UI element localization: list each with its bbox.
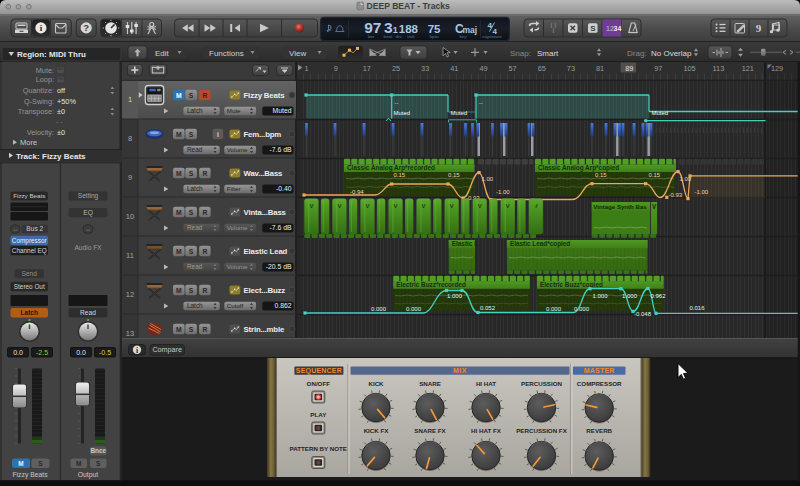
svg-text:beat: beat (384, 34, 393, 39)
svg-text:V: V (450, 203, 454, 209)
svg-text:1: 1 (305, 64, 309, 73)
svg-text:10: 10 (126, 212, 134, 221)
svg-text:Channel EQ: Channel EQ (12, 247, 47, 255)
svg-text:0.0: 0.0 (13, 349, 23, 356)
svg-text:S: S (189, 209, 194, 216)
svg-text:S: S (189, 170, 194, 177)
svg-text:--: -- (479, 100, 483, 106)
svg-text:i: i (217, 131, 219, 138)
svg-text:Read: Read (187, 146, 203, 153)
svg-text:Snap:: Snap: (510, 49, 531, 58)
svg-text:0.15: 0.15 (595, 172, 607, 178)
svg-text:Electric Buzz*copied: Electric Buzz*copied (540, 281, 603, 289)
svg-text:Stereo Out: Stereo Out (14, 283, 45, 290)
svg-text:Elastic Lead*copied: Elastic Lead*copied (510, 240, 570, 248)
svg-text:Volume: Volume (227, 263, 248, 270)
svg-text:--: -- (395, 100, 399, 106)
svg-text:S: S (189, 326, 194, 333)
svg-text:DEEP BEAT - Tracks: DEEP BEAT - Tracks (367, 1, 450, 11)
svg-text:9: 9 (756, 22, 762, 34)
svg-text:V: V (365, 203, 369, 209)
svg-text:0.016: 0.016 (690, 305, 706, 311)
svg-text:Wav...Bass: Wav...Bass (244, 169, 284, 178)
svg-text:Edit: Edit (155, 49, 170, 58)
svg-text:bar: bar (368, 34, 375, 39)
svg-text:0.15: 0.15 (448, 172, 460, 178)
svg-text:Vintage Synth Bas: Vintage Synth Bas (593, 203, 647, 210)
svg-text:1.00: 1.00 (680, 176, 692, 182)
svg-text:0.0: 0.0 (76, 349, 86, 356)
svg-text:Classic Analog Arp*copied: Classic Analog Arp*copied (538, 164, 619, 172)
svg-text:V: V (337, 203, 341, 209)
svg-text:0.052: 0.052 (480, 305, 496, 311)
svg-text:M: M (76, 460, 81, 467)
svg-text:129: 129 (771, 64, 783, 73)
svg-text:0.000: 0.000 (574, 306, 590, 312)
svg-text:-7.6 dB: -7.6 dB (270, 146, 292, 153)
svg-text:Output: Output (78, 471, 99, 479)
svg-text:Track:: Track: (16, 152, 40, 161)
svg-text:±0: ±0 (57, 107, 65, 116)
svg-text:Elect...Buzz: Elect...Buzz (244, 286, 286, 295)
svg-text:Setting: Setting (78, 192, 99, 200)
svg-text:R: R (202, 209, 207, 216)
svg-text:?: ? (83, 22, 89, 33)
svg-text:65: 65 (538, 64, 546, 73)
svg-text:- -: - - (56, 118, 63, 125)
svg-text:R: R (202, 170, 207, 177)
svg-text:M: M (176, 131, 182, 138)
svg-text:17: 17 (363, 64, 371, 73)
svg-text:More: More (20, 138, 37, 147)
svg-text:M: M (176, 248, 182, 255)
svg-text:0.862: 0.862 (274, 302, 291, 309)
svg-text:0.000: 0.000 (546, 306, 562, 312)
svg-text:ON/OFF: ON/OFF (307, 380, 331, 387)
svg-text:Audio FX: Audio FX (74, 244, 102, 251)
svg-text:Fizzy Beats: Fizzy Beats (244, 91, 286, 100)
svg-text:M: M (176, 92, 182, 99)
svg-text:PERCUSSION FX: PERCUSSION FX (516, 427, 567, 434)
svg-text:0.962: 0.962 (651, 293, 667, 299)
svg-text:PERCUSSION: PERCUSSION (521, 380, 562, 387)
svg-text:Fem...bpm: Fem...bpm (244, 130, 282, 139)
svg-text:Read: Read (187, 263, 203, 270)
svg-text:S: S (189, 92, 194, 99)
svg-text:-0.40: -0.40 (276, 185, 292, 192)
svg-text:Bus 2: Bus 2 (26, 225, 43, 232)
svg-text:34: 34 (614, 25, 622, 32)
svg-text:COMPRESSOR: COMPRESSOR (577, 380, 622, 387)
svg-text:bpm: bpm (429, 34, 438, 39)
svg-text:-2.5: -2.5 (36, 349, 48, 356)
svg-text:Volume: Volume (227, 146, 248, 153)
svg-text:9: 9 (334, 64, 338, 73)
svg-text:9: 9 (128, 173, 132, 182)
svg-text:73: 73 (567, 64, 575, 73)
svg-text:V: V (422, 203, 426, 209)
svg-text:M: M (176, 287, 182, 294)
svg-text:Mute:: Mute: (36, 66, 54, 75)
svg-text:Elastic Lead: Elastic Lead (244, 247, 288, 256)
svg-text:off: off (57, 86, 66, 95)
svg-text:Send: Send (22, 270, 38, 277)
svg-text:S: S (590, 24, 596, 33)
svg-text:Volume: Volume (227, 224, 248, 231)
svg-text:Muted: Muted (273, 107, 292, 114)
svg-text:S: S (96, 460, 101, 467)
svg-text:maj: maj (463, 25, 478, 35)
svg-text:V: V (478, 203, 482, 209)
svg-text:V: V (506, 203, 510, 209)
svg-text:M: M (18, 460, 23, 467)
svg-text:Latch: Latch (20, 309, 38, 316)
svg-text:SNARE: SNARE (419, 380, 441, 387)
svg-text:1.000: 1.000 (593, 293, 609, 299)
svg-text:Read: Read (80, 309, 96, 316)
svg-text:1.000: 1.000 (447, 293, 463, 299)
svg-text:No Overlap: No Overlap (651, 49, 692, 58)
svg-text:↔: ↔ (12, 226, 18, 232)
svg-text:Cutoff: Cutoff (227, 302, 244, 309)
svg-text:97: 97 (654, 64, 662, 73)
svg-text:33: 33 (421, 64, 429, 73)
svg-text:Functions: Functions (209, 49, 244, 58)
svg-text:-0.048: -0.048 (634, 311, 652, 317)
svg-text:Latch: Latch (187, 185, 203, 192)
